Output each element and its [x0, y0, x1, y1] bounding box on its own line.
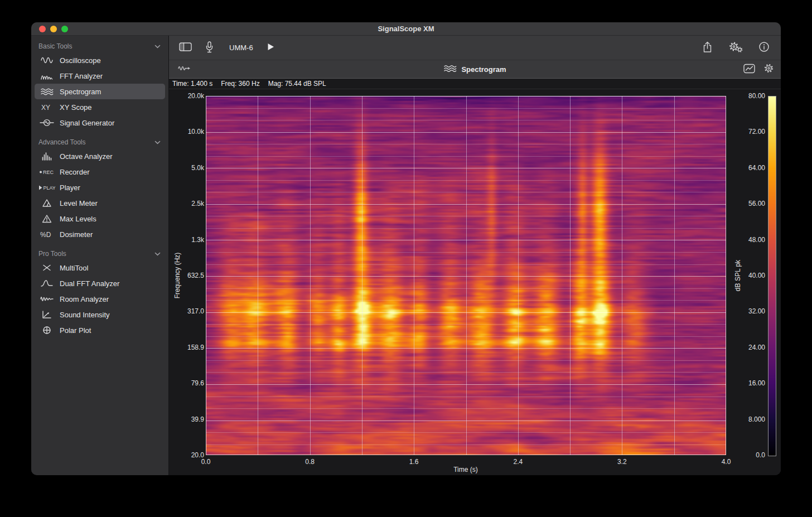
svg-text:XY: XY: [41, 104, 50, 112]
sidebar-item-multitool[interactable]: MultiTool: [35, 260, 165, 276]
zoom-button[interactable]: [61, 26, 68, 32]
y-tick-label: 317.0: [173, 307, 204, 315]
y-tick-label: 20.0k: [173, 92, 204, 100]
sidebar-section-header-basic-tools[interactable]: Basic Tools: [31, 40, 168, 52]
colorbar-tick-label: 40.00: [742, 272, 765, 279]
window-title: SignalScope XM: [378, 25, 434, 33]
view-title-group: Spectrogram: [443, 64, 506, 75]
sidebar-item-player[interactable]: PLAYPlayer: [35, 180, 165, 195]
section-label: Advanced Tools: [38, 138, 86, 146]
view-title: Spectrogram: [461, 65, 506, 74]
sidebar-section-header-advanced-tools[interactable]: Advanced Tools: [31, 136, 168, 148]
dual-fft-icon: [38, 279, 56, 288]
gear-icon: [763, 63, 774, 75]
play-icon: [267, 42, 275, 53]
sidebar-item-oscilloscope[interactable]: Oscilloscope: [35, 52, 165, 68]
sidebar-toggle-icon: [179, 42, 192, 54]
main-toolbar: UMM-6: [169, 36, 781, 60]
view-settings-button[interactable]: [763, 63, 774, 75]
sidebar-item-label: Polar Plot: [60, 326, 91, 335]
colorbar-tick-label: 80.00: [742, 92, 765, 100]
sidebar-item-fft-analyzer[interactable]: FFT Analyzer: [35, 68, 165, 84]
sidebar-item-xy-scope[interactable]: XYXY Scope: [35, 99, 165, 115]
traffic-lights: [39, 26, 68, 32]
sidebar-item-max-levels[interactable]: Max Levels: [35, 211, 165, 226]
sidebar-item-label: Max Levels: [60, 215, 96, 223]
plot-options-button[interactable]: [743, 64, 755, 75]
sidebar-item-dosimeter[interactable]: %DDosimeter: [35, 226, 165, 242]
max-levels-icon: [38, 214, 56, 223]
sidebar-item-spectrogram[interactable]: Spectrogram: [35, 84, 165, 99]
play-button[interactable]: [267, 42, 275, 53]
sidebar-item-polar-plot[interactable]: Polar Plot: [35, 322, 165, 338]
recorder-icon: REC: [38, 167, 56, 176]
sound-intensity-icon: [38, 310, 56, 319]
x-tick-label: 0.0: [194, 458, 218, 466]
plot-area: Frequency (Hz) dB SPL pk Time (s) 20.0k1…: [169, 89, 781, 475]
sidebar-item-label: Oscilloscope: [60, 56, 101, 65]
device-name[interactable]: UMM-6: [229, 44, 253, 52]
settings-button[interactable]: [728, 41, 743, 55]
multitool-icon: [38, 263, 56, 272]
share-button[interactable]: [702, 41, 713, 55]
app-window: SignalScope XM Basic ToolsOscilloscopeFF…: [31, 22, 781, 475]
signal-generator-icon: [38, 118, 56, 127]
sidebar-item-label: Dual FFT Analyzer: [60, 279, 119, 288]
minimize-button[interactable]: [50, 26, 57, 32]
xy-scope-icon: XY: [38, 103, 56, 112]
x-tick-label: 2.4: [506, 458, 530, 466]
sidebar-item-label: Player: [60, 183, 80, 192]
colorbar-tick-label: 24.00: [742, 344, 765, 351]
share-icon: [702, 41, 713, 55]
sidebar: Basic ToolsOscilloscopeFFT AnalyzerSpect…: [31, 36, 169, 475]
wave-route-icon: [178, 64, 191, 75]
dosimeter-icon: %D: [38, 230, 56, 239]
sidebar-item-label: Room Analyzer: [60, 295, 109, 303]
x-tick-label: 0.8: [298, 458, 322, 466]
colorbar-tick-label: 56.00: [742, 200, 765, 207]
input-device-button[interactable]: [205, 41, 214, 55]
sidebar-item-dual-fft-analyzer[interactable]: Dual FFT Analyzer: [35, 276, 165, 291]
sidebar-item-label: Octave Analyzer: [60, 152, 113, 161]
statusbar: Time: 1.400 s Freq: 360 Hz Mag: 75.44 dB…: [169, 79, 781, 89]
section-label: Pro Tools: [38, 250, 66, 258]
sidebar-item-recorder[interactable]: RECRecorder: [35, 164, 165, 180]
status-mag: Mag: 75.44 dB SPL: [268, 80, 326, 88]
colorbar-title: dB SPL pk: [734, 260, 742, 291]
room-analyzer-icon: [38, 294, 56, 303]
chevron-down-icon: [154, 42, 161, 50]
sidebar-item-label: Signal Generator: [60, 119, 114, 127]
status-freq: Freq: 360 Hz: [221, 80, 259, 88]
sidebar-item-label: Dosimeter: [60, 230, 93, 239]
sidebar-item-signal-generator[interactable]: Signal Generator: [35, 115, 165, 131]
sidebar-item-room-analyzer[interactable]: Room Analyzer: [35, 291, 165, 307]
signal-flow-button[interactable]: [178, 64, 191, 75]
sidebar-item-label: XY Scope: [60, 103, 92, 112]
y-tick-label: 1.3k: [173, 236, 204, 244]
sidebar-section-header-pro-tools[interactable]: Pro Tools: [31, 248, 168, 260]
colorbar-tick-label: 64.00: [742, 164, 765, 172]
colorbar-tick-label: 8.000: [742, 415, 765, 423]
y-tick-label: 10.0k: [173, 128, 204, 136]
sidebar-item-octave-analyzer[interactable]: Octave Analyzer: [35, 148, 165, 164]
sidebar-item-sound-intensity[interactable]: Sound Intensity: [35, 307, 165, 322]
sidebar-toggle-button[interactable]: [179, 42, 192, 54]
colorbar-tick-label: 32.00: [742, 307, 765, 315]
fft-analyzer-icon: [38, 71, 56, 80]
sidebar-item-label: FFT Analyzer: [60, 72, 103, 80]
titlebar: SignalScope XM: [31, 22, 781, 36]
sidebar-item-label: Spectrogram: [60, 88, 101, 96]
svg-text:REC: REC: [43, 170, 54, 175]
close-button[interactable]: [39, 26, 46, 32]
sidebar-item-level-meter[interactable]: Level Meter: [35, 195, 165, 211]
info-button[interactable]: [758, 41, 770, 54]
svg-text:%D: %D: [40, 231, 51, 239]
chevron-down-icon: [154, 138, 161, 146]
colorbar-tick-label: 0.0: [742, 451, 765, 459]
microphone-icon: [205, 41, 214, 55]
x-tick-label: 1.6: [402, 458, 426, 466]
player-icon: PLAY: [38, 183, 56, 192]
y-tick-label: 79.6: [173, 379, 204, 387]
spectrogram-canvas[interactable]: [206, 96, 726, 455]
spectrogram-icon: [38, 87, 56, 96]
